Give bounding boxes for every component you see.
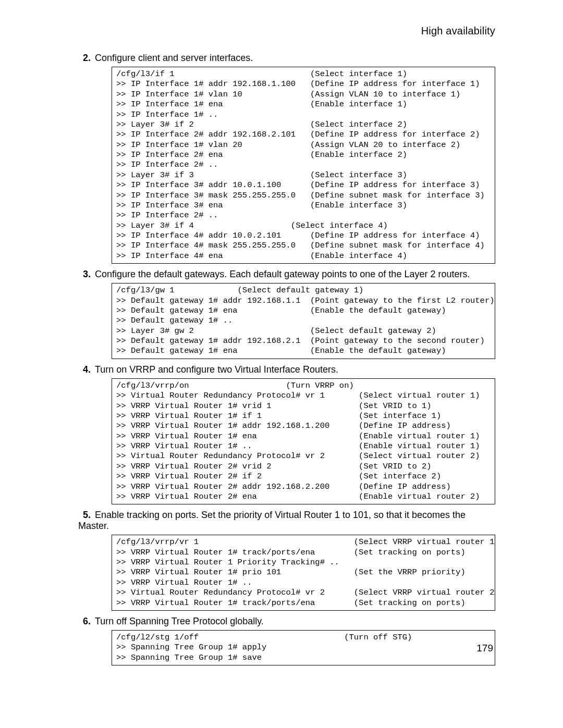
code-line: >> IP Interface 3# ena (Enable interface… xyxy=(116,201,491,211)
code-line: >> Spanning Tree Group 1# save xyxy=(116,653,491,663)
code-line: /cfg/l2/stg 1/off (Turn off STG) xyxy=(116,633,491,643)
code-line: >> IP Interface 4# addr 10.0.2.101 (Defi… xyxy=(116,231,491,241)
code-line: >> VRRP Virtual Router 1# ena (Enable vi… xyxy=(116,431,491,441)
step: 4.Turn on VRRP and configure two Virtual… xyxy=(78,364,495,375)
step-text: Turn on VRRP and configure two Virtual I… xyxy=(95,364,338,375)
steps-container: 2.Configure client and server interfaces… xyxy=(78,53,495,665)
code-line: >> IP Interface 2# .. xyxy=(116,160,491,170)
step-number: 3. xyxy=(78,269,91,280)
code-line: >> Layer 3# if 4 (Select interface 4) xyxy=(116,221,491,231)
code-line: >> IP Interface 2# ena (Enable interface… xyxy=(116,150,491,160)
code-line: >> IP Interface 1# vlan 20 (Assign VLAN … xyxy=(116,140,491,150)
code-line: >> Default gateway 1# addr 192.168.2.1 (… xyxy=(116,336,491,346)
code-line: >> IP Interface 3# mask 255.255.255.0 (D… xyxy=(116,191,491,201)
step-number: 6. xyxy=(78,616,91,627)
code-line: >> VRRP Virtual Router 2# vrid 2 (Set VR… xyxy=(116,462,491,472)
code-line: >> VRRP Virtual Router 1# .. xyxy=(116,578,491,588)
code-line: >> IP Interface 1# .. xyxy=(116,110,491,120)
step-text: Turn off Spanning Tree Protocol globally… xyxy=(95,616,264,626)
code-line: >> Spanning Tree Group 1# apply xyxy=(116,643,491,652)
code-block: /cfg/l2/stg 1/off (Turn off STG)>> Spann… xyxy=(112,630,495,665)
code-line: >> VRRP Virtual Router 1 Priority Tracki… xyxy=(116,558,491,567)
step-text: Configure client and server interfaces. xyxy=(95,53,253,63)
code-line: >> IP Interface 1# addr 192.168.1.100 (D… xyxy=(116,79,491,89)
step: 2.Configure client and server interfaces… xyxy=(78,53,495,64)
code-line: >> VRRP Virtual Router 1# if 1 (Set inte… xyxy=(116,411,491,421)
code-line: >> IP Interface 2# addr 192.168.2.101 (D… xyxy=(116,130,491,140)
code-line: >> Layer 3# if 2 (Select interface 2) xyxy=(116,120,491,130)
code-line: >> Virtual Router Redundancy Protocol# v… xyxy=(116,588,491,598)
code-line: >> Virtual Router Redundancy Protocol# v… xyxy=(116,391,491,401)
code-line: /cfg/l3/vrrp/vr 1 (Select VRRP virtual r… xyxy=(116,537,491,547)
code-line: >> IP Interface 1# vlan 10 (Assign VLAN … xyxy=(116,90,491,100)
code-block: /cfg/l3/vrrp/vr 1 (Select VRRP virtual r… xyxy=(112,535,495,611)
page-number: 179 xyxy=(476,643,493,654)
code-line: >> IP Interface 2# .. xyxy=(116,211,491,220)
step-number: 2. xyxy=(78,53,91,64)
step-text: Enable tracking on ports. Set the priori… xyxy=(78,510,466,531)
code-line: >> VRRP Virtual Router 1# track/ports/en… xyxy=(116,548,491,558)
step-number: 5. xyxy=(78,510,91,521)
page: High availability 2.Configure client and… xyxy=(0,0,563,728)
code-line: >> Default gateway 1# ena (Enable the de… xyxy=(116,306,491,316)
code-line: /cfg/l3/if 1 (Select interface 1) xyxy=(116,69,491,79)
code-line: >> Default gateway 1# addr 192.168.1.1 (… xyxy=(116,296,491,306)
step-number: 4. xyxy=(78,364,91,375)
step: 6.Turn off Spanning Tree Protocol global… xyxy=(78,616,495,627)
code-block: /cfg/l3/gw 1 (Select default gateway 1)>… xyxy=(112,283,495,359)
code-line: >> IP Interface 1# ena (Enable interface… xyxy=(116,100,491,109)
code-line: /cfg/l3/gw 1 (Select default gateway 1) xyxy=(116,286,491,295)
code-line: >> VRRP Virtual Router 2# addr 192.168.2… xyxy=(116,482,491,492)
code-line: >> VRRP Virtual Router 1# track/ports/en… xyxy=(116,598,491,608)
code-line: >> VRRP Virtual Router 1# addr 192.168.1… xyxy=(116,421,491,431)
code-line: >> Layer 3# if 3 (Select interface 3) xyxy=(116,170,491,180)
code-line: >> Virtual Router Redundancy Protocol# v… xyxy=(116,451,491,461)
code-block: /cfg/l3/if 1 (Select interface 1)>> IP I… xyxy=(112,67,495,264)
code-line: >> Default gateway 1# .. xyxy=(116,316,491,326)
code-line: /cfg/l3/vrrp/on (Turn VRRP on) xyxy=(116,381,491,391)
code-line: >> Layer 3# gw 2 (Select default gateway… xyxy=(116,326,491,336)
code-line: >> VRRP Virtual Router 2# if 2 (Set inte… xyxy=(116,472,491,482)
code-line: >> VRRP Virtual Router 1# vrid 1 (Set VR… xyxy=(116,401,491,411)
section-header: High availability xyxy=(78,25,495,37)
code-line: >> VRRP Virtual Router 1# prio 101 (Set … xyxy=(116,567,491,577)
code-line: >> Default gateway 1# ena (Enable the de… xyxy=(116,346,491,356)
code-line: >> IP Interface 3# addr 10.0.1.100 (Defi… xyxy=(116,180,491,190)
step: 5.Enable tracking on ports. Set the prio… xyxy=(78,510,495,532)
step: 3.Configure the default gateways. Each d… xyxy=(78,269,495,280)
step-text: Configure the default gateways. Each def… xyxy=(95,269,470,279)
code-line: >> VRRP Virtual Router 2# ena (Enable vi… xyxy=(116,492,491,502)
code-block: /cfg/l3/vrrp/on (Turn VRRP on)>> Virtual… xyxy=(112,378,495,505)
code-line: >> IP Interface 4# mask 255.255.255.0 (D… xyxy=(116,241,491,251)
code-line: >> IP Interface 4# ena (Enable interface… xyxy=(116,251,491,261)
code-line: >> VRRP Virtual Router 1# .. (Enable vir… xyxy=(116,441,491,451)
